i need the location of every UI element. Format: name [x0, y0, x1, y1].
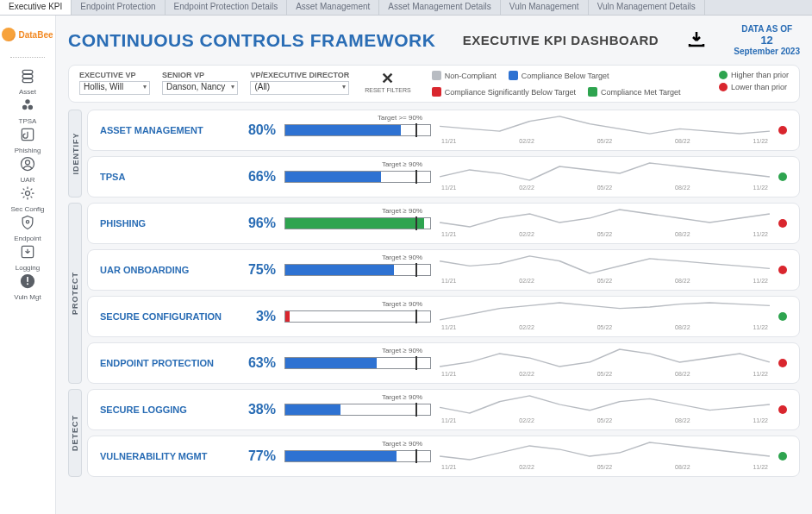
compliance-bar: Target ≥ 90% [284, 171, 431, 183]
trend-sparkline: 11/2102/2205/2208/2211/22 [440, 115, 770, 146]
kpi-row-tpsa[interactable]: TPSA66%Target ≥ 90%11/2102/2205/2208/221… [87, 156, 800, 197]
dot-higher [719, 71, 728, 79]
tab-asset-management-details[interactable]: Asset Management Details [379, 0, 501, 15]
swatch-below [509, 71, 518, 80]
user-icon [18, 154, 37, 173]
svg-point-8 [25, 160, 29, 165]
target-label: Target ≥ 90% [382, 393, 422, 401]
kpi-body: IDENTIFYASSET MANAGEMENT80%Target >= 90%… [68, 110, 800, 477]
page-subtitle: EXECUTIVE KPI DASHBOARD [463, 33, 659, 47]
kpi-row-secure-logging[interactable]: SECURE LOGGING38%Target ≥ 90%11/2102/220… [87, 389, 800, 430]
compliance-bar: Target ≥ 90% [284, 217, 431, 229]
target-label: Target ≥ 90% [382, 300, 422, 308]
legend-trend: Higher than prior Lower than prior [719, 71, 789, 91]
senior-vp-label: SENIOR VP [162, 71, 238, 79]
kpi-row-vulnerability-mgmt[interactable]: VULNERABILITY MGMT77%Target ≥ 90%11/2102… [87, 436, 800, 477]
tab-vuln-management[interactable]: Vuln Management [501, 0, 589, 15]
kpi-name: VULNERABILITY MGMT [100, 451, 229, 461]
svg-rect-2 [22, 78, 33, 82]
compliance-bar: Target ≥ 90% [284, 264, 431, 276]
close-icon: ✕ [381, 71, 394, 86]
target-label: Target ≥ 90% [382, 347, 422, 354]
sidebar-item-endpoint[interactable]: Endpoint [10, 213, 44, 242]
kpi-row-endpoint-protection[interactable]: ENDPOINT PROTECTION63%Target ≥ 90%11/210… [87, 342, 800, 384]
kpi-name: ENDPOINT PROTECTION [100, 358, 229, 368]
svg-rect-1 [22, 74, 33, 78]
senior-vp-select[interactable]: Danson, Nancy [162, 81, 238, 95]
dots-icon [18, 96, 37, 115]
filters: EXECUTIVE VP Hollis, Will SENIOR VP Dans… [68, 65, 800, 103]
tab-executive-kpi[interactable]: Executive KPI [0, 0, 72, 15]
kpi-value: 75% [238, 262, 276, 278]
exec-vp-select[interactable]: Hollis, Will [79, 81, 150, 95]
sidebar-item-phishing[interactable]: Phishing [10, 125, 44, 154]
swatch-noncompliant [432, 71, 441, 80]
kpi-value: 77% [238, 448, 276, 464]
category-detect: DETECT [68, 389, 82, 477]
kpi-name: TPSA [100, 172, 229, 182]
kpi-name: ASSET MANAGEMENT [100, 125, 229, 135]
kpi-row-phishing[interactable]: PHISHING96%Target ≥ 90%11/2102/2205/2208… [87, 203, 800, 244]
alert-icon [18, 272, 37, 291]
trend-indicator-icon [778, 405, 787, 414]
tab-endpoint-protection[interactable]: Endpoint Protection [72, 0, 165, 15]
kpi-name: UAR ONBOARDING [100, 265, 229, 275]
director-select[interactable]: (All) [250, 81, 349, 95]
kpi-name: SECURE LOGGING [100, 404, 229, 415]
reset-filters-button[interactable]: ✕ RESET FILTERS [365, 71, 410, 93]
compliance-bar: Target >= 90% [284, 124, 431, 136]
trend-indicator-icon [778, 359, 787, 367]
swatch-met [588, 87, 597, 97]
download-button[interactable] [686, 29, 707, 52]
sidebar-item-logging[interactable]: Logging [10, 242, 44, 272]
compliance-bar: Target ≥ 90% [284, 404, 431, 416]
kpi-row-uar-onboarding[interactable]: UAR ONBOARDING75%Target ≥ 90%11/2102/220… [87, 249, 800, 291]
trend-indicator-icon [778, 172, 787, 181]
tab-vuln-management-details[interactable]: Vuln Management Details [589, 0, 705, 15]
trend-sparkline: 11/2102/2205/2208/2211/22 [440, 394, 770, 425]
trend-sparkline: 11/2102/2205/2208/2211/22 [440, 301, 770, 332]
target-label: Target ≥ 90% [382, 160, 422, 168]
compliance-bar: Target ≥ 90% [284, 357, 431, 369]
date-as-of: DATA AS OF 12 September 2023 [734, 24, 800, 56]
compliance-bar: Target ≥ 90% [284, 450, 431, 462]
target-label: Target >= 90% [378, 114, 422, 122]
dot-lower [719, 83, 728, 91]
sidebar-item-sec-config[interactable]: Sec Config [10, 184, 44, 213]
trend-indicator-icon [778, 266, 787, 274]
sidebar: DataBee AssetTPSAPhishingUARSec ConfigEn… [0, 16, 56, 514]
tab-asset-management[interactable]: Asset Management [287, 0, 379, 15]
hook-icon [18, 125, 37, 144]
tab-endpoint-protection-details[interactable]: Endpoint Protection Details [166, 0, 288, 15]
target-label: Target ≥ 90% [382, 207, 422, 215]
download-icon [18, 242, 37, 261]
kpi-value: 66% [238, 169, 276, 185]
sidebar-item-vuln-mgt[interactable]: Vuln Mgt [10, 272, 44, 301]
trend-indicator-icon [778, 219, 787, 228]
svg-point-5 [28, 105, 32, 109]
kpi-row-asset-management[interactable]: ASSET MANAGEMENT80%Target >= 90%11/2102/… [87, 110, 800, 151]
kpi-value: 3% [238, 309, 276, 324]
sidebar-item-asset[interactable]: Asset [10, 66, 44, 96]
svg-rect-0 [22, 70, 33, 73]
target-label: Target ≥ 90% [382, 254, 422, 261]
target-label: Target ≥ 90% [382, 440, 422, 448]
trend-sparkline: 11/2102/2205/2208/2211/22 [440, 348, 770, 379]
db-icon [18, 66, 37, 85]
exec-vp-label: EXECUTIVE VP [79, 71, 150, 79]
sidebar-item-uar[interactable]: UAR [10, 154, 44, 184]
kpi-value: 38% [238, 402, 276, 417]
legend: Non-Compliant Compliance Below Target Co… [432, 71, 707, 97]
tab-bar: Executive KPIEndpoint ProtectionEndpoint… [0, 0, 812, 16]
sidebar-item-tpsa[interactable]: TPSA [10, 96, 44, 125]
kpi-row-secure-configuration[interactable]: SECURE CONFIGURATION3%Target ≥ 90%11/210… [87, 296, 800, 337]
gear-icon [18, 184, 37, 203]
svg-point-9 [25, 191, 29, 196]
trend-sparkline: 11/2102/2205/2208/2211/22 [440, 441, 770, 472]
content: CONTINUOUS CONTROLS FRAMEWORK EXECUTIVE … [56, 16, 812, 514]
category-protect: PROTECT [68, 203, 82, 384]
bee-icon [2, 28, 16, 41]
shield-icon [18, 213, 37, 232]
swatch-sigbelow [432, 87, 441, 97]
kpi-value: 96% [238, 216, 276, 231]
